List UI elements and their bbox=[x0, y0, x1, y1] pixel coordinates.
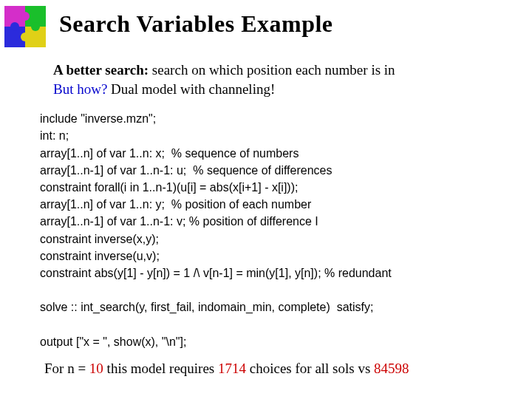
puzzle-icon bbox=[4, 6, 46, 47]
intro-text: A better search: search on which positio… bbox=[53, 61, 532, 98]
code-line: array[1..n] of var 1..n: y; % position o… bbox=[40, 196, 532, 213]
code-line: constraint inverse(u,v); bbox=[40, 248, 532, 265]
code-line: array[1..n-1] of var 1..n-1: u; % sequen… bbox=[40, 162, 532, 179]
code-line: constraint abs(y[1] - y[n]) = 1 /\ v[n-1… bbox=[40, 265, 532, 282]
code-line: array[1..n-1] of var 1..n-1: v; % positi… bbox=[40, 213, 532, 230]
footer-n: 10 bbox=[89, 361, 103, 376]
footer-text: For n = 10 this model requires 1714 choi… bbox=[44, 361, 532, 377]
svg-point-6 bbox=[10, 22, 19, 31]
intro-blue: But how? bbox=[53, 81, 107, 97]
svg-point-8 bbox=[21, 33, 30, 41]
intro-bold: A better search: bbox=[53, 62, 149, 78]
code-line: int: n; bbox=[40, 127, 532, 144]
code-spacer bbox=[40, 316, 532, 333]
footer-vs: 84598 bbox=[374, 361, 409, 376]
code-line: constraint inverse(x,y); bbox=[40, 231, 532, 248]
footer-t3: choices for all sols vs bbox=[246, 361, 374, 376]
code-line: constraint forall(i in 1..n-1)(u[i] = ab… bbox=[40, 179, 532, 196]
intro-rest-2: Dual model with channeling! bbox=[107, 81, 275, 97]
code-line: solve :: int_search(y, first_fail, indom… bbox=[40, 299, 532, 316]
intro-line-1: A better search: search on which positio… bbox=[53, 61, 532, 80]
svg-point-7 bbox=[31, 22, 40, 31]
code-line: output ["x = ", show(x), "\n"]; bbox=[40, 333, 532, 350]
slide-title: Search Variables Example bbox=[59, 10, 333, 38]
intro-line-2: But how? Dual model with channeling! bbox=[53, 80, 532, 99]
svg-point-5 bbox=[21, 12, 30, 21]
footer-t2: this model requires bbox=[103, 361, 218, 376]
intro-rest-1: search on which position each number is … bbox=[149, 62, 395, 78]
code-line: include "inverse.mzn"; bbox=[40, 110, 532, 127]
slide-header: Search Variables Example bbox=[0, 0, 532, 47]
code-spacer bbox=[40, 282, 532, 299]
code-line: array[1..n] of var 1..n: x; % sequence o… bbox=[40, 145, 532, 162]
code-block: include "inverse.mzn"; int: n; array[1..… bbox=[40, 110, 532, 350]
footer-t1: For n = bbox=[44, 361, 89, 376]
footer-choices: 1714 bbox=[218, 361, 246, 376]
